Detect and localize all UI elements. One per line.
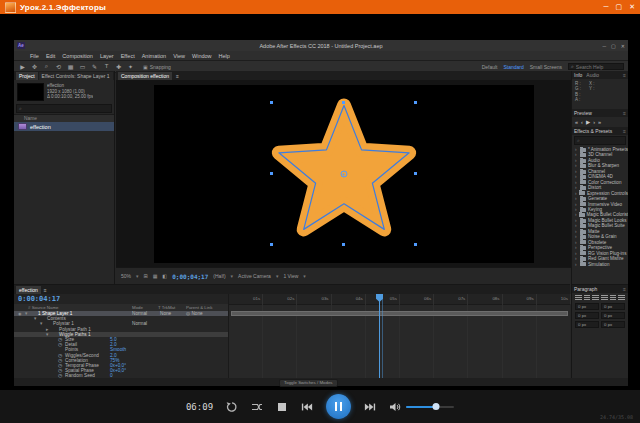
selection-handle[interactable] [414, 243, 417, 246]
tool-icon[interactable]: ✥ [30, 63, 39, 70]
tool-icon[interactable]: ⌕ [42, 63, 51, 70]
justify-left-icon[interactable] [601, 295, 608, 300]
tool-icon[interactable]: ▶ [18, 63, 27, 70]
justify-center-icon[interactable] [610, 295, 617, 300]
panel-menu-icon[interactable]: ≡ [41, 286, 50, 294]
preview-transport-button[interactable]: ▶ [586, 119, 590, 125]
channel-icon[interactable]: ◧ [162, 273, 167, 279]
tool-icon[interactable]: ✦ [126, 63, 135, 70]
preview-transport-button[interactable]: « [575, 119, 578, 125]
paragraph-field[interactable]: 0 px [575, 312, 599, 319]
justify-right-icon[interactable] [618, 295, 625, 300]
align-right-icon[interactable] [592, 295, 599, 300]
panel-menu-icon[interactable]: ≡ [623, 110, 626, 116]
menu-item[interactable]: View [173, 53, 185, 59]
tool-icon[interactable]: ⟲ [54, 63, 63, 70]
preview-transport-button[interactable]: ‹ [581, 119, 583, 125]
column-parent-link[interactable]: Parent & Link [186, 305, 212, 310]
column-trkmat[interactable]: T TrkMat [158, 305, 175, 310]
paragraph-field[interactable]: 0 px [601, 303, 625, 310]
tool-icon[interactable]: ✎ [90, 63, 99, 70]
paragraph-field[interactable]: 0 px [575, 303, 599, 310]
menu-item[interactable]: Composition [62, 53, 93, 59]
minimize-button[interactable]: ─ [604, 3, 609, 11]
chevron-down-icon[interactable]: ▾ [136, 273, 139, 279]
volume-knob[interactable] [432, 403, 439, 410]
project-name-column[interactable]: Name [14, 114, 114, 122]
selection-handle[interactable] [270, 172, 273, 175]
play-pause-button[interactable] [326, 394, 351, 419]
menu-item[interactable]: Effect [121, 53, 135, 59]
selection-handle[interactable] [414, 172, 417, 175]
tab-project[interactable]: Project [16, 72, 38, 80]
selection-handle[interactable] [342, 243, 345, 246]
maximize-button[interactable]: ▢ [616, 3, 623, 11]
chevron-down-icon[interactable]: ▾ [231, 273, 234, 279]
toggle-switches-button[interactable]: Toggle Switches / Modes [279, 379, 338, 387]
tab-info[interactable]: Info [574, 72, 582, 78]
search-help-box[interactable]: ⌕ [568, 63, 624, 70]
current-time-indicator[interactable] [379, 294, 380, 378]
tool-icon[interactable]: ✚ [114, 63, 123, 70]
tab-composition[interactable]: Composition effection [118, 72, 172, 80]
paragraph-field[interactable]: 0 px [601, 312, 625, 319]
timeline-tab[interactable]: effection [16, 286, 41, 294]
menu-item[interactable]: Edit [46, 53, 55, 59]
menu-item[interactable]: Window [192, 53, 212, 59]
layer-duration-bar[interactable] [231, 311, 568, 316]
search-help-input[interactable] [576, 64, 621, 70]
tool-icon[interactable]: T [102, 63, 111, 70]
volume-icon[interactable] [389, 401, 401, 413]
video-area[interactable]: Ae Adobe After Effects CC 2018 - Untitle… [0, 14, 640, 390]
menu-item[interactable]: File [30, 53, 39, 59]
volume-slider[interactable] [406, 402, 454, 412]
ae-close-button[interactable]: ✕ [621, 43, 625, 49]
anchor-point[interactable] [340, 171, 347, 178]
next-button[interactable] [364, 401, 376, 413]
tab-audio[interactable]: Audio [586, 72, 599, 78]
comp-viewport[interactable] [116, 80, 571, 268]
resolution-select[interactable]: (Half) [213, 273, 225, 279]
workspace-small-screens[interactable]: Small Screens [530, 64, 562, 70]
paragraph-field[interactable]: 0 px [575, 321, 599, 328]
loop-icon[interactable] [226, 401, 238, 413]
menu-item[interactable]: Help [219, 53, 230, 59]
workspace-default[interactable]: Default [482, 64, 498, 70]
stop-button[interactable] [276, 401, 288, 413]
close-button[interactable]: ✕ [629, 3, 635, 11]
align-left-icon[interactable] [575, 295, 582, 300]
chevron-down-icon[interactable]: ▾ [303, 273, 306, 279]
paragraph-field[interactable]: 0 px [601, 321, 625, 328]
timeline-tracks[interactable]: 01s02s03s04s05s06s07s08s09s10s [228, 294, 570, 378]
ae-maximize-button[interactable]: ▢ [611, 43, 616, 49]
ae-minimize-button[interactable]: ─ [603, 43, 607, 49]
column-mode[interactable]: Mode [132, 305, 143, 310]
tool-icon[interactable]: ▭ [78, 63, 87, 70]
preview-transport-button[interactable]: › [593, 119, 595, 125]
menu-item[interactable]: Animation [142, 53, 166, 59]
panel-menu-icon[interactable]: ≡ [623, 128, 626, 134]
shuffle-icon[interactable] [251, 401, 263, 413]
preview-transport-button[interactable]: » [598, 119, 601, 125]
panel-menu-icon[interactable]: ≡ [623, 72, 626, 78]
tool-icon[interactable]: ▦ [66, 63, 75, 70]
project-item-row[interactable]: effection [14, 122, 114, 131]
panel-menu-icon[interactable]: ≡ [173, 72, 182, 80]
grid-options-icon[interactable]: ⊞ [144, 273, 148, 279]
chevron-right-icon[interactable]: › [575, 262, 578, 267]
panel-menu-icon[interactable]: ≡ [623, 286, 626, 292]
snapping-checkbox[interactable]: ▣ [143, 64, 148, 70]
menu-item[interactable]: Layer [100, 53, 114, 59]
mask-visibility-icon[interactable]: ▦ [153, 273, 158, 279]
effects-category-item[interactable]: › Simulation [575, 262, 628, 267]
tab-effect-controls[interactable]: Effect Controls: Shape Layer 1 [39, 72, 113, 80]
selection-handle[interactable] [270, 101, 273, 104]
column-source-name[interactable]: # Source Name [28, 305, 59, 310]
previous-button[interactable] [301, 401, 313, 413]
comp-timecode[interactable]: 0;00;04;17 [172, 273, 208, 280]
zoom-level[interactable]: 50% [121, 273, 131, 279]
workspace-standard[interactable]: Standard [503, 64, 523, 70]
selection-handle[interactable] [414, 101, 417, 104]
camera-select[interactable]: Active Camera [238, 273, 271, 279]
timeline-timecode[interactable]: 0:00:04:17 [18, 295, 60, 303]
